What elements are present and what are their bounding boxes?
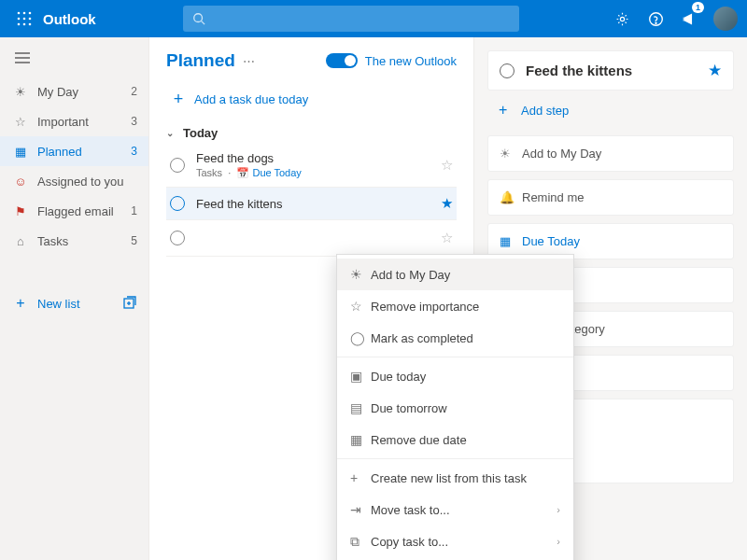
new-group-icon[interactable] (122, 296, 137, 311)
context-menu: ☀Add to My Day ☆Remove importance ◯Mark … (336, 254, 574, 560)
add-task-button[interactable]: + Add a task due today (166, 80, 457, 119)
complete-radio[interactable] (170, 196, 185, 211)
menu-create-list[interactable]: +Create new list from this task (337, 462, 573, 494)
menu-add-myday[interactable]: ☀Add to My Day (337, 259, 573, 290)
brand-label: Outlook (43, 11, 96, 27)
task-row[interactable]: Feed the dogs Tasks · 📅 Due Today ☆ (166, 144, 457, 188)
task-row[interactable]: Feed the kittens ★ (166, 188, 457, 220)
svg-point-1 (23, 12, 26, 15)
avatar[interactable] (713, 7, 738, 31)
new-list-button[interactable]: + New list (0, 289, 148, 317)
menu-move[interactable]: ⇥Move task to...› (337, 494, 573, 525)
bell-icon: 🔔 (500, 190, 522, 204)
complete-radio[interactable] (170, 231, 185, 245)
sidebar-item-tasks[interactable]: ⌂ Tasks 5 (0, 226, 148, 256)
copy-icon: ⧉ (350, 534, 371, 550)
plus-icon: + (11, 295, 30, 312)
svg-point-7 (23, 23, 26, 26)
complete-radio[interactable] (500, 63, 514, 78)
app-header: Outlook 1 (0, 0, 747, 37)
help-icon[interactable] (641, 4, 670, 34)
new-outlook-toggle[interactable] (326, 53, 358, 68)
separator (337, 357, 573, 357)
notif-badge: 1 (692, 2, 704, 13)
sun-icon: ☀ (500, 147, 522, 161)
star-icon[interactable]: ★ (441, 195, 453, 212)
sidebar-item-planned[interactable]: ▦ Planned 3 (0, 136, 148, 166)
star-icon: ☆ (11, 115, 30, 129)
menu-copy[interactable]: ⧉Copy task to...› (337, 525, 573, 557)
sidebar-item-myday[interactable]: ☀ My Day 2 (0, 77, 148, 106)
svg-point-4 (23, 18, 26, 21)
task-row[interactable]: ☆ (166, 220, 457, 257)
detail-add-myday[interactable]: ☀Add to My Day (487, 135, 734, 172)
sidebar: ☀ My Day 2 ☆ Important 3 ▦ Planned 3 ☺ A… (0, 37, 149, 560)
check-icon: ◯ (350, 330, 371, 345)
calendar-remove-icon: ▦ (350, 432, 371, 447)
settings-icon[interactable] (607, 4, 637, 34)
svg-line-10 (202, 21, 205, 25)
list-title: Planned (166, 50, 235, 71)
move-icon: ⇥ (350, 502, 371, 517)
sun-icon: ☀ (350, 267, 371, 282)
plus-icon: + (350, 470, 371, 485)
section-header-today[interactable]: ⌄ Today (166, 126, 457, 140)
svg-point-8 (29, 23, 32, 26)
svg-point-11 (620, 17, 624, 21)
task-list-pane: Planned ⋯ The new Outlook + Add a task d… (149, 37, 474, 560)
menu-due-tomorrow[interactable]: ▤Due tomorrow (337, 392, 573, 424)
complete-radio[interactable] (170, 158, 185, 173)
hamburger-icon[interactable] (0, 45, 148, 71)
star-icon[interactable]: ★ (708, 61, 722, 80)
chevron-right-icon: › (557, 536, 560, 547)
plus-icon: + (168, 90, 189, 109)
calendar-icon: ▦ (500, 234, 522, 248)
app-launcher-icon[interactable] (9, 4, 39, 34)
menu-remove-importance[interactable]: ☆Remove importance (337, 290, 573, 322)
sidebar-item-important[interactable]: ☆ Important 3 (0, 106, 148, 136)
svg-point-0 (18, 12, 21, 15)
home-icon: ⌂ (11, 234, 30, 248)
menu-due-today[interactable]: ▣Due today (337, 360, 573, 392)
chevron-right-icon: › (557, 504, 560, 515)
person-icon: ☺ (11, 175, 30, 189)
menu-mark-completed[interactable]: ◯Mark as completed (337, 322, 573, 354)
star-icon: ☆ (350, 299, 371, 314)
sidebar-item-flagged[interactable]: ⚑ Flagged email 1 (0, 196, 148, 226)
calendar-today-icon: ▣ (350, 369, 371, 384)
sun-icon: ☀ (11, 85, 30, 99)
chevron-down-icon: ⌄ (166, 128, 174, 138)
sidebar-item-assigned[interactable]: ☺ Assigned to you (0, 166, 148, 196)
separator (337, 458, 573, 459)
flag-icon: ⚑ (11, 204, 30, 218)
svg-point-2 (29, 12, 32, 15)
svg-point-5 (29, 18, 32, 21)
announcements-icon[interactable]: 1 (674, 4, 704, 34)
list-options-icon[interactable]: ⋯ (243, 54, 255, 68)
calendar-icon: ▦ (11, 145, 30, 159)
plus-icon: + (499, 102, 521, 119)
svg-point-9 (194, 14, 203, 22)
calendar-tomorrow-icon: ▤ (350, 400, 371, 415)
star-icon[interactable]: ☆ (441, 230, 453, 246)
detail-header: Feed the kittens ★ (487, 50, 734, 91)
detail-remind[interactable]: 🔔Remind me (487, 179, 734, 216)
detail-title[interactable]: Feed the kittens (526, 63, 708, 78)
toggle-label: The new Outlook (365, 54, 457, 68)
svg-point-6 (18, 23, 21, 26)
add-step-button[interactable]: + Add step (487, 92, 734, 128)
search-input[interactable] (183, 6, 519, 32)
svg-point-3 (18, 18, 21, 21)
menu-remove-due[interactable]: ▦Remove due date (337, 424, 573, 455)
svg-point-13 (655, 22, 655, 23)
star-icon[interactable]: ☆ (441, 157, 453, 174)
